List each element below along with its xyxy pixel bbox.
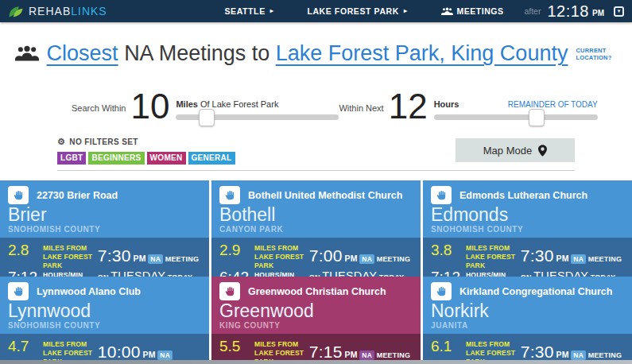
area-name: SNOHOMISH COUNTY	[431, 225, 624, 234]
na-badge: NA	[571, 350, 586, 360]
city-name: Lynnwood	[8, 301, 201, 321]
section-divider	[57, 170, 575, 171]
time-slider-group: Within Next 12 Hours REMAINDER OF TODAY	[339, 81, 597, 121]
meeting-time: 7:15	[309, 343, 343, 361]
nav-city[interactable]: SEATTLE ▸	[224, 6, 273, 16]
distance-slider-handle[interactable]	[199, 109, 215, 126]
meeting-info: 7:30 PM NA MEETING ON TUESDAY TODAY AT E…	[521, 242, 626, 277]
meeting-time: 7:30	[98, 246, 131, 265]
na-badge: NA	[359, 350, 374, 360]
map-pin-icon	[538, 145, 547, 157]
meeting-ampm: PM	[344, 254, 357, 263]
miles-stat: 3.8 MILES FROM LAKE FOREST PARK	[431, 242, 521, 269]
na-badge: NA	[157, 350, 173, 360]
meeting-ampm: PM	[142, 350, 155, 359]
venue-name: Edmonds Lutheran Church	[459, 190, 587, 201]
card-details: 2.9 MILES FROM LAKE FOREST PARK 6:42 HOU…	[211, 238, 421, 281]
caret-right-icon: ▸	[404, 8, 408, 14]
venue-name: Lynnwood Alano Club	[37, 286, 141, 297]
meeting-card[interactable]: Lynnwood Alano Club Lynnwood SNOHOMISH C…	[0, 277, 209, 364]
page-title: Closest NA Meetings to Lake Forest Park,…	[0, 41, 632, 72]
na-badge: NA	[359, 254, 374, 264]
miles-stat: 2.8 MILES FROM LAKE FOREST PARK	[8, 242, 98, 269]
caret-right-icon: ▸	[270, 8, 274, 14]
time-slider[interactable]	[434, 114, 598, 120]
hours-unit-label: Hours	[434, 99, 459, 109]
title-text: Closest NA Meetings to Lake Forest Park,…	[47, 41, 568, 66]
meeting-card[interactable]: Bothell United Methodist Church Bothell …	[211, 180, 421, 273]
distance-slider[interactable]	[176, 114, 339, 120]
page-bottom-edge	[0, 360, 632, 364]
badge-lgbt[interactable]: LGBT	[57, 152, 86, 165]
filter-row: ⚙ NO FILTERS SET LGBT BEGINNERS WOMEN GE…	[0, 137, 632, 162]
miles-value: 2.8	[8, 242, 43, 258]
area-name: SNOHOMISH COUNTY	[8, 225, 201, 234]
distance-prefix: Search Within	[72, 103, 126, 113]
badge-general[interactable]: GENERAL	[188, 152, 235, 165]
miles-value: 6.1	[431, 339, 466, 354]
app-header: REHABLINKS SEATTLE ▸ LAKE FOREST PARK ▸ …	[0, 0, 632, 22]
card-header: 22730 Brier Road Brier SNOHOMISH COUNTY	[0, 180, 209, 238]
city-name: Brier	[8, 205, 201, 225]
filter-status[interactable]: ⚙ NO FILTERS SET	[57, 137, 235, 147]
closest-link[interactable]: Closest	[47, 41, 118, 65]
meeting-ampm: PM	[556, 254, 568, 263]
filters-block: ⚙ NO FILTERS SET LGBT BEGINNERS WOMEN GE…	[57, 137, 235, 165]
meeting-ampm: PM	[344, 350, 357, 359]
card-details: 2.8 MILES FROM LAKE FOREST PARK 7:12 HOU…	[0, 238, 209, 281]
meeting-time: 7:30	[521, 343, 554, 361]
city-name: Bothell	[219, 205, 413, 225]
miles-label: MILES FROM LAKE FOREST PARK	[43, 242, 98, 269]
meeting-info: 7:30 PM NA MEETING ON TUESDAY TODAY AT B…	[98, 242, 203, 277]
miles-value: 5.5	[219, 339, 254, 354]
city-name: Norkirk	[431, 301, 624, 321]
city-name: Edmonds	[431, 205, 624, 225]
badge-women[interactable]: WOMEN	[147, 152, 186, 165]
badge-beginners[interactable]: BEGINNERS	[88, 152, 144, 165]
leaf-logo-icon	[8, 5, 24, 18]
time-slider-handle[interactable]	[529, 109, 545, 126]
remainder-of-today-link[interactable]: REMAINDER OF TODAY	[508, 100, 598, 109]
meeting-card[interactable]: Greenwood Christian Church Greenwood KIN…	[211, 277, 421, 364]
hand-icon	[431, 186, 452, 204]
hand-icon	[431, 282, 452, 300]
nav-neighborhood[interactable]: LAKE FOREST PARK ▸	[307, 6, 407, 16]
time-dropdown-icon[interactable]: ▾	[614, 6, 624, 17]
meeting-ampm: PM	[556, 350, 568, 359]
meeting-card[interactable]: Edmonds Lutheran Church Edmonds SNOHOMIS…	[423, 180, 632, 273]
miles-value: 3.8	[431, 242, 466, 258]
hand-icon	[219, 282, 240, 300]
map-mode-button[interactable]: Map Mode	[456, 138, 575, 162]
meeting-info: 7:00 PM NA MEETING ON TUESDAY TODAY AT B…	[309, 242, 414, 277]
current-location-link[interactable]: CURRENT LOCATION?	[576, 47, 617, 62]
meeting-time: 7:00	[309, 246, 343, 265]
time-selector[interactable]: 12:18 PM	[547, 2, 604, 21]
hand-icon	[219, 186, 240, 204]
location-link[interactable]: Lake Forest Park, King County	[276, 41, 568, 65]
miles-value: 4.7	[8, 339, 43, 354]
time-value-big: 12	[389, 91, 428, 121]
venue-name: Greenwood Christian Church	[248, 286, 386, 297]
title-middle: NA Meetings to	[124, 41, 269, 65]
nav-city-label: SEATTLE	[224, 6, 265, 16]
after-label: after	[524, 6, 541, 16]
group-icon	[15, 45, 39, 61]
card-header: Greenwood Christian Church Greenwood KIN…	[211, 277, 421, 334]
miles-label: MILES FROM LAKE FOREST PARK	[254, 242, 309, 269]
meeting-ampm: PM	[133, 254, 145, 263]
meetings-label: MEETINGS	[457, 6, 504, 16]
time-prefix: Within Next	[339, 103, 383, 113]
brand-logo[interactable]: REHABLINKS	[8, 5, 107, 18]
area-name: JUANITA	[431, 321, 624, 330]
meeting-card[interactable]: Kirkland Congregational Church Norkirk J…	[423, 277, 632, 364]
na-badge: NA	[148, 254, 163, 264]
venue-name: Bothell United Methodist Church	[248, 190, 402, 201]
meetings-menu[interactable]: MEETINGS	[441, 6, 504, 16]
meeting-card[interactable]: 22730 Brier Road Brier SNOHOMISH COUNTY …	[0, 180, 209, 273]
card-header: Edmonds Lutheran Church Edmonds SNOHOMIS…	[423, 180, 632, 238]
area-name: CANYON PARK	[219, 225, 413, 234]
filter-badges: LGBT BEGINNERS WOMEN GENERAL	[57, 152, 235, 165]
card-header: Lynnwood Alano Club Lynnwood SNOHOMISH C…	[0, 277, 209, 334]
ampm-label: PM	[592, 9, 604, 17]
gear-icon: ⚙	[57, 137, 65, 147]
